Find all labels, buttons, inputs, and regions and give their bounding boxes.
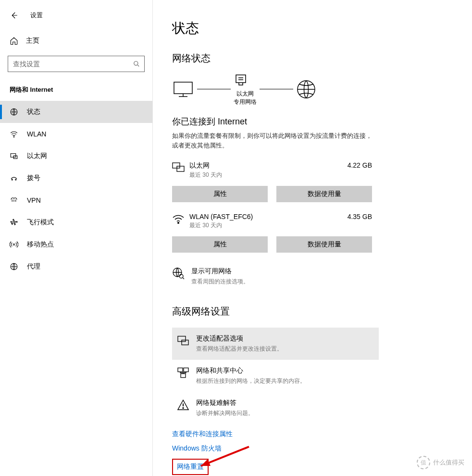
watermark-text: 什么值得买 [433, 458, 464, 467]
network-name: 以太网 [189, 161, 348, 170]
diagram-priv-label: 专用网络 [234, 98, 257, 105]
nav-item-vpn[interactable]: VPN [0, 189, 152, 211]
nav-item-dialup[interactable]: 拨号 [0, 167, 152, 189]
nav-item-wlan[interactable]: WLAN [0, 123, 152, 145]
network-sharing-center[interactable]: 网络和共享中心 根据所连接到的网络，决定要共享的内容。 [172, 360, 379, 392]
network-diagram: 以太网专用网络 [172, 73, 472, 106]
adv-desc-text: 根据所连接到的网络，决定要共享的内容。 [196, 377, 306, 385]
arrow-left-icon [10, 11, 18, 20]
search-input[interactable] [8, 56, 145, 72]
network-sub: 最近 30 天内 [189, 171, 348, 179]
properties-button[interactable]: 属性 [172, 186, 268, 202]
dialup-icon [10, 174, 18, 183]
svg-rect-9 [174, 82, 192, 94]
home-label: 主页 [26, 37, 39, 45]
main-content: 状态 网络状态 以太网专用网络 你已连接到 Internet 如果你的流量套餐有… [153, 0, 472, 476]
router-icon [234, 73, 248, 87]
connected-title: 你已连接到 Internet [172, 116, 472, 127]
diagram-eth-label: 以太网 [236, 90, 254, 97]
data-usage-button[interactable]: 数据使用量 [276, 186, 372, 202]
svg-point-6 [15, 179, 16, 180]
svg-rect-18 [182, 340, 188, 345]
network-usage: 4.35 GB [348, 213, 372, 220]
globe-search-icon [172, 267, 185, 280]
home-button[interactable]: 主页 [0, 31, 152, 51]
category-label: 网络和 Internet [0, 81, 152, 101]
router-block: 以太网专用网络 [234, 73, 257, 106]
svg-point-22 [183, 408, 184, 409]
search-wrap [8, 56, 145, 72]
svg-rect-3 [11, 154, 16, 158]
nav-label: VPN [27, 196, 41, 204]
nav-label: WLAN [27, 130, 46, 138]
connected-desc: 如果你的流量套餐有限制，则你可以将此网络设置为按流量计费的连接，或者更改其他属性… [172, 131, 374, 151]
home-icon [10, 37, 18, 45]
watermark-icon: 值 [417, 456, 430, 469]
sidebar: 设置 主页 网络和 Internet 状态 WLAN 以太网 拨号 [0, 0, 153, 476]
adv-title-text: 网络疑难解答 [196, 399, 254, 407]
diagram-line [197, 89, 231, 89]
svg-rect-12 [173, 163, 180, 168]
back-button[interactable] [7, 9, 21, 22]
globe-icon [296, 79, 316, 99]
page-title: 状态 [172, 19, 472, 37]
adv-desc-text: 查看网络适配器并更改连接设置。 [196, 345, 283, 353]
svg-point-14 [178, 222, 179, 224]
network-usage: 4.22 GB [348, 161, 372, 169]
proxy-icon [10, 262, 18, 271]
svg-point-5 [12, 179, 12, 180]
diagram-line [260, 89, 293, 89]
app-title: 设置 [30, 11, 43, 20]
svg-rect-20 [184, 368, 188, 372]
nav-label: 移动热点 [27, 240, 54, 249]
wifi-icon [172, 213, 189, 224]
hardware-properties-link[interactable]: 查看硬件和连接属性 [172, 427, 472, 441]
adv-title-text: 更改适配器选项 [196, 334, 283, 343]
nav-item-airplane[interactable]: 飞行模式 [0, 211, 152, 233]
troubleshoot-icon [177, 399, 189, 411]
advanced-heading: 高级网络设置 [172, 305, 472, 318]
wifi-icon [10, 130, 18, 138]
nav-item-hotspot[interactable]: 移动热点 [0, 233, 152, 256]
nav-item-ethernet[interactable]: 以太网 [0, 145, 152, 167]
network-wlan-block: WLAN (FAST_EFC6) 最近 30 天内 4.35 GB 属性 数据使… [172, 213, 372, 253]
status-icon [10, 108, 18, 116]
svg-rect-21 [181, 374, 186, 378]
nav-label: 飞行模式 [27, 218, 54, 227]
show-available-networks[interactable]: 显示可用网络 查看周围的连接选项。 [172, 267, 472, 286]
nav-item-proxy[interactable]: 代理 [0, 256, 152, 278]
search-icon [133, 61, 140, 67]
status-heading: 网络状态 [172, 52, 472, 65]
ethernet-icon [10, 152, 18, 160]
nav-label: 代理 [27, 262, 40, 271]
adv-desc-text: 诊断并解决网络问题。 [196, 409, 254, 417]
pc-icon [172, 80, 194, 98]
ethernet-icon [172, 161, 189, 173]
nav-label: 拨号 [27, 174, 40, 183]
svg-point-2 [13, 136, 14, 137]
windows-firewall-link[interactable]: Windows 防火墙 [172, 441, 472, 456]
change-adapter-options[interactable]: 更改适配器选项 查看网络适配器并更改连接设置。 [172, 328, 379, 360]
nav-label: 以太网 [27, 152, 47, 160]
svg-rect-10 [236, 75, 246, 83]
svg-rect-13 [177, 166, 184, 171]
nav-item-status[interactable]: 状态 [0, 101, 152, 123]
network-reset-link[interactable]: 网络重置 [172, 459, 209, 475]
sharing-icon [177, 366, 189, 379]
watermark: 值 什么值得买 [417, 456, 464, 469]
network-troubleshooter[interactable]: 网络疑难解答 诊断并解决网络问题。 [172, 392, 379, 424]
adv-title-text: 网络和共享中心 [196, 366, 306, 375]
network-sub: 最近 30 天内 [189, 221, 348, 230]
properties-button[interactable]: 属性 [172, 236, 268, 253]
hotspot-icon [10, 240, 18, 249]
svg-rect-19 [178, 368, 183, 372]
adapter-icon [177, 334, 189, 347]
nav-list: 状态 WLAN 以太网 拨号 VPN 飞行模式 移动热点 代理 [0, 101, 152, 278]
network-ethernet-block: 以太网 最近 30 天内 4.22 GB 属性 数据使用量 [172, 161, 372, 202]
available-desc: 查看周围的连接选项。 [191, 278, 249, 286]
network-name: WLAN (FAST_EFC6) [189, 213, 348, 220]
nav-label: 状态 [27, 108, 40, 116]
svg-point-7 [13, 244, 15, 245]
airplane-icon [10, 218, 18, 227]
data-usage-button[interactable]: 数据使用量 [276, 236, 372, 253]
